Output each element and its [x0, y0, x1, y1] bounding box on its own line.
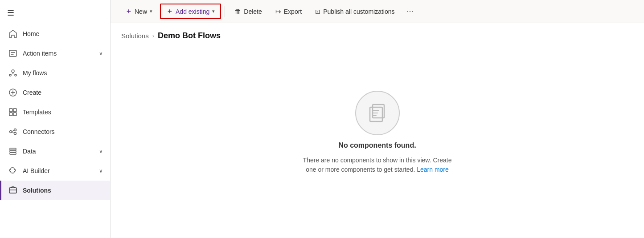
- svg-rect-0: [9, 50, 16, 56]
- svg-rect-6: [13, 109, 16, 112]
- add-existing-button[interactable]: ＋ Add existing ▾: [160, 4, 221, 19]
- sidebar-item-label: AI Builder: [23, 167, 94, 174]
- sidebar-item-label: Templates: [23, 109, 103, 116]
- action-items-icon: [8, 49, 17, 58]
- empty-state-icon-circle: [355, 91, 400, 135]
- solutions-icon: [8, 186, 17, 195]
- svg-rect-16: [370, 107, 382, 121]
- main-content: ＋ New ▾ ＋ Add existing ▾ 🗑 Delete ↦ Expo…: [111, 0, 644, 238]
- sidebar-item-data[interactable]: Data ∨: [0, 141, 110, 161]
- svg-rect-13: [10, 150, 16, 152]
- sidebar-item-templates[interactable]: Templates: [0, 102, 110, 122]
- sidebar-item-action-items[interactable]: Action items ∨: [0, 44, 110, 63]
- new-chevron-icon: ▾: [150, 8, 152, 14]
- empty-state: No components found. There are no compon…: [111, 45, 644, 238]
- sidebar-item-create[interactable]: Create: [0, 83, 110, 102]
- svg-rect-5: [9, 109, 12, 112]
- hamburger-menu[interactable]: ☰: [0, 2, 110, 24]
- learn-more-link[interactable]: Learn more: [417, 166, 449, 173]
- connectors-icon: [8, 127, 17, 136]
- sidebar-item-home[interactable]: Home: [0, 24, 110, 44]
- chevron-down-icon: ∨: [99, 168, 103, 174]
- home-icon: [8, 29, 17, 38]
- breadcrumb-parent[interactable]: Solutions: [121, 32, 149, 40]
- svg-point-10: [14, 129, 16, 131]
- publish-label: Publish all customizations: [323, 8, 394, 15]
- publish-button[interactable]: ⊡ Publish all customizations: [309, 5, 400, 18]
- templates-icon: [8, 108, 17, 117]
- sidebar-item-solutions[interactable]: Solutions: [0, 181, 110, 200]
- add-existing-plus-icon: ＋: [166, 7, 173, 16]
- more-options-button[interactable]: ···: [402, 4, 418, 19]
- sidebar-item-label: Connectors: [23, 128, 103, 135]
- breadcrumb-separator: ›: [152, 32, 154, 39]
- publish-icon: ⊡: [315, 8, 320, 15]
- delete-icon: 🗑: [234, 8, 241, 15]
- plus-icon: ＋: [125, 7, 132, 16]
- ai-builder-icon: [8, 166, 17, 175]
- svg-point-9: [10, 131, 12, 133]
- no-components-icon: [365, 101, 390, 125]
- sidebar-item-label: My flows: [23, 69, 103, 77]
- new-button[interactable]: ＋ New ▾: [119, 4, 158, 19]
- add-existing-chevron-icon: ▾: [212, 8, 215, 14]
- delete-button[interactable]: 🗑 Delete: [229, 4, 267, 18]
- sidebar: ☰ Home Action items ∨ My flows Create Te…: [0, 0, 111, 238]
- svg-point-1: [12, 70, 14, 73]
- delete-label: Delete: [244, 8, 262, 15]
- breadcrumb-current: Demo Bot Flows: [158, 31, 221, 40]
- create-icon: [8, 88, 17, 97]
- hamburger-icon: ☰: [7, 8, 14, 17]
- sidebar-item-label: Data: [23, 148, 94, 155]
- data-icon: [8, 147, 17, 156]
- svg-point-2: [9, 74, 11, 76]
- sidebar-item-label: Home: [23, 30, 103, 37]
- svg-rect-12: [10, 148, 16, 150]
- empty-state-title: No components found.: [338, 141, 416, 149]
- export-icon: ↦: [275, 8, 281, 16]
- toolbar: ＋ New ▾ ＋ Add existing ▾ 🗑 Delete ↦ Expo…: [111, 0, 644, 23]
- chevron-down-icon: ∨: [99, 148, 103, 154]
- my-flows-icon: [8, 69, 17, 77]
- empty-state-description: There are no components to show in this …: [302, 156, 453, 174]
- svg-rect-7: [9, 113, 12, 116]
- add-existing-label: Add existing: [176, 8, 209, 15]
- sidebar-item-ai-builder[interactable]: AI Builder ∨: [0, 161, 110, 181]
- svg-rect-14: [10, 153, 16, 154]
- svg-point-3: [15, 74, 16, 76]
- sidebar-item-my-flows[interactable]: My flows: [0, 63, 110, 83]
- sidebar-item-label: Action items: [23, 50, 94, 57]
- toolbar-separator-1: [225, 6, 225, 17]
- svg-point-11: [14, 133, 16, 135]
- breadcrumb: Solutions › Demo Bot Flows: [111, 23, 644, 45]
- export-label: Export: [284, 8, 302, 15]
- sidebar-item-label: Create: [23, 89, 103, 96]
- svg-rect-8: [13, 113, 16, 116]
- export-button[interactable]: ↦ Export: [270, 4, 308, 19]
- sidebar-item-label: Solutions: [23, 187, 103, 194]
- svg-rect-15: [9, 188, 16, 193]
- more-icon: ···: [407, 7, 414, 16]
- new-button-label: New: [135, 8, 147, 15]
- sidebar-item-connectors[interactable]: Connectors: [0, 122, 110, 141]
- chevron-down-icon: ∨: [99, 50, 103, 56]
